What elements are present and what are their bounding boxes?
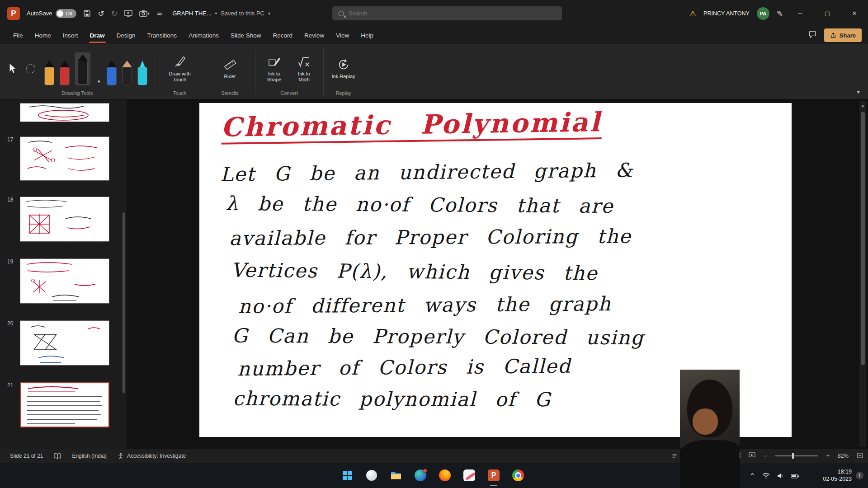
convert-group-label: Convert [280, 90, 298, 99]
chrome-browser-button[interactable] [509, 466, 527, 484]
pen-black-selected-icon[interactable] [75, 52, 90, 85]
maximize-button[interactable]: ▢ [817, 0, 837, 27]
thumbnail-number: 19 [7, 258, 13, 265]
start-button[interactable] [338, 466, 356, 484]
spellcheck-book-icon[interactable] [54, 453, 61, 459]
chevron-down-icon[interactable]: ▾ [268, 11, 270, 16]
accessibility-icon [118, 453, 124, 459]
select-tool-icon[interactable] [7, 63, 17, 74]
warning-icon[interactable]: ⚠ [689, 9, 696, 18]
drawing-app-button[interactable] [460, 466, 478, 484]
close-button[interactable]: ✕ [844, 0, 864, 27]
quick-access-options-icon[interactable]: ≂ [156, 9, 163, 18]
tab-record[interactable]: Record [267, 27, 298, 44]
thumbnail-slide-21-selected[interactable] [20, 382, 109, 427]
zoom-slider-thumb[interactable] [792, 453, 794, 459]
redo-icon[interactable]: ↻ [111, 9, 118, 18]
presenter-face [693, 408, 718, 435]
thumbnail-slide-20[interactable] [20, 320, 109, 366]
windows-logo-icon [342, 470, 353, 481]
stencils-group: Ruler Stencils [205, 44, 255, 99]
present-icon[interactable] [124, 10, 132, 17]
taskbar-clock[interactable]: 18:19 02-05-2023 [823, 468, 852, 483]
zoom-level[interactable]: 82% [838, 453, 849, 459]
scroll-up-icon[interactable]: ▲ [859, 101, 866, 108]
draw-with-touch-icon [173, 55, 187, 69]
share-button[interactable]: Share [824, 28, 862, 42]
fit-to-window-icon[interactable] [857, 452, 863, 460]
powerpoint-taskbar-button[interactable]: P [485, 466, 503, 484]
collapse-ribbon-icon[interactable]: ▾ [857, 89, 860, 95]
tab-draw[interactable]: Draw [84, 27, 111, 44]
zoom-slider[interactable] [775, 455, 818, 456]
undo-icon[interactable]: ↺ [98, 9, 104, 18]
thumbnail-sketch [20, 197, 109, 242]
firefox-browser-button[interactable] [436, 466, 454, 484]
pen-blue-icon[interactable] [107, 61, 117, 85]
ink-replay-button[interactable]: Ink Replay [331, 58, 356, 80]
thumbnail-slide-19[interactable] [20, 258, 109, 304]
save-status[interactable]: Saved to this PC [221, 10, 264, 17]
ink-to-math-label: Ink to Math [292, 71, 316, 83]
highlighter-cyan-icon[interactable] [137, 61, 147, 85]
tab-view[interactable]: View [330, 27, 355, 44]
webcam-overlay [680, 370, 740, 488]
search-input[interactable] [349, 10, 529, 17]
hidden-icons-chevron[interactable]: ⌃ [750, 472, 755, 480]
slide-ink-line: λ be the no·of Colors that are [226, 192, 614, 217]
ribbon-tab-bar: File Home Insert Draw Design Transitions… [0, 27, 868, 44]
tab-help[interactable]: Help [355, 27, 379, 44]
pen-yellow-icon[interactable] [44, 61, 54, 85]
battery-icon[interactable] [791, 472, 799, 480]
ink-to-math-button[interactable]: Ink to Math [292, 55, 316, 83]
edge-browser-button[interactable] [411, 466, 429, 484]
file-explorer-button[interactable] [387, 466, 405, 484]
accessibility-status[interactable]: Accessibility: Investigate [118, 453, 186, 459]
screenshot-icon[interactable]: ▾ [139, 10, 150, 17]
panel-scrollbar[interactable] [123, 212, 125, 393]
save-icon[interactable] [83, 9, 91, 17]
autosave-control[interactable]: AutoSave Off [27, 9, 76, 18]
pen-red-icon[interactable] [60, 61, 70, 85]
search-box[interactable] [332, 6, 562, 20]
thumbnail-slide-17[interactable] [20, 136, 109, 181]
user-name[interactable]: PRINCY ANTONY [703, 10, 750, 17]
search-taskbar-button[interactable] [363, 466, 381, 484]
thumbnail-slide-18[interactable] [20, 197, 109, 242]
tab-review[interactable]: Review [298, 27, 330, 44]
tab-transitions[interactable]: Transitions [142, 27, 183, 44]
pencil-icon[interactable] [122, 61, 132, 85]
wifi-icon[interactable] [762, 472, 770, 480]
document-title[interactable]: GRAPH THE... [172, 10, 211, 17]
ruler-icon [223, 58, 237, 71]
tab-slide-show[interactable]: Slide Show [225, 27, 267, 44]
avatar[interactable]: PA [757, 7, 769, 20]
comments-icon[interactable] [808, 30, 817, 41]
pen-gallery-chevron-icon[interactable]: ▾ [98, 79, 100, 84]
autosave-toggle[interactable]: Off [56, 9, 76, 18]
volume-icon[interactable] [777, 472, 784, 480]
language-indicator[interactable]: English (India) [72, 453, 107, 459]
draw-with-touch-button[interactable]: Draw with Touch [162, 55, 198, 83]
slideshow-view-icon[interactable] [749, 452, 755, 460]
zoom-out-icon[interactable]: − [764, 453, 767, 459]
slide-indicator[interactable]: Slide 21 of 21 [10, 453, 43, 459]
vertical-scrollbar[interactable]: ▲ [859, 101, 866, 447]
ink-to-shape-button[interactable]: Ink to Shape [263, 55, 286, 83]
tab-home[interactable]: Home [29, 27, 57, 44]
notification-badge[interactable]: 1 [856, 472, 863, 479]
tab-animations[interactable]: Animations [183, 27, 225, 44]
thumbnail-slide-partial[interactable] [20, 103, 109, 122]
zoom-in-icon[interactable]: + [826, 453, 830, 459]
tab-design[interactable]: Design [111, 27, 142, 44]
tab-file[interactable]: File [7, 27, 29, 44]
tab-insert[interactable]: Insert [57, 27, 84, 44]
scrollbar-thumb[interactable] [861, 112, 865, 365]
slide-ink-line: Let G be an undirected graph & [220, 159, 634, 186]
ruler-button[interactable]: Ruler [212, 58, 248, 80]
lasso-select-icon[interactable] [26, 64, 35, 73]
toggle-knob-icon [57, 10, 63, 17]
minimize-button[interactable]: ─ [790, 0, 810, 27]
powerpoint-logo-icon[interactable]: P [7, 7, 20, 20]
pen-edit-icon[interactable]: ✎ [777, 9, 783, 18]
